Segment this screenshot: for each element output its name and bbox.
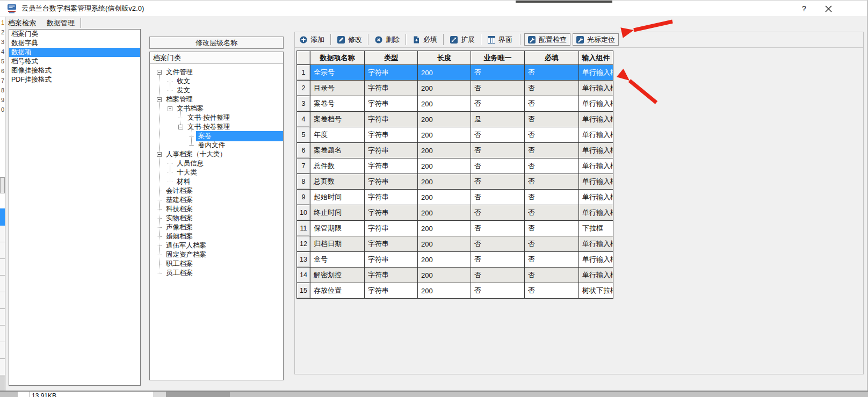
cell-r4-c5[interactable]: 否 bbox=[525, 112, 579, 127]
row-number-cell[interactable]: 9 bbox=[297, 190, 310, 205]
cell-r6-c3[interactable]: 200 bbox=[418, 143, 471, 158]
cell-r14-c4[interactable]: 否 bbox=[471, 268, 525, 283]
cell-r8-c5[interactable]: 否 bbox=[525, 174, 579, 190]
table-row-14[interactable]: 14解密划控字符串200否否单行输入框 bbox=[297, 268, 613, 283]
table-row-13[interactable]: 13盒号字符串200否否单行输入框 bbox=[297, 252, 613, 268]
cell-r8-c2[interactable]: 字符串 bbox=[365, 174, 418, 190]
table-row-9[interactable]: 9起始时间字符串200否否单行输入框 bbox=[297, 190, 613, 205]
sidebar-item-5[interactable]: 图像挂接格式 bbox=[9, 66, 140, 75]
cell-r6-c5[interactable]: 否 bbox=[525, 143, 579, 158]
cell-r7-c4[interactable]: 否 bbox=[471, 158, 525, 174]
cell-r3-c5[interactable]: 否 bbox=[525, 96, 579, 112]
cell-r12-c3[interactable]: 200 bbox=[418, 236, 471, 252]
cell-r8-c1[interactable]: 总页数 bbox=[310, 174, 365, 190]
cell-r14-c5[interactable]: 否 bbox=[525, 268, 579, 283]
row-number-cell[interactable]: 10 bbox=[297, 205, 310, 221]
table-row-1[interactable]: 1全宗号字符串200否否单行输入框 bbox=[297, 65, 613, 81]
cell-r4-c1[interactable]: 案卷档号 bbox=[310, 112, 365, 127]
cell-r1-c1[interactable]: 全宗号 bbox=[310, 65, 365, 81]
cell-r3-c6[interactable]: 单行输入框 bbox=[579, 96, 613, 112]
cell-r10-c5[interactable]: 否 bbox=[525, 205, 579, 221]
edit-button[interactable]: 修改 bbox=[334, 33, 365, 46]
tree-collapse-icon[interactable] bbox=[157, 152, 162, 157]
cell-r6-c4[interactable]: 否 bbox=[471, 143, 525, 158]
col-header-required[interactable]: 必填 bbox=[525, 50, 579, 65]
cell-r13-c2[interactable]: 字符串 bbox=[365, 252, 418, 268]
cell-r6-c1[interactable]: 案卷题名 bbox=[310, 143, 365, 158]
cell-r11-c1[interactable]: 保管期限 bbox=[310, 221, 365, 236]
tree-node-7[interactable]: 文书-按卷整理 bbox=[150, 122, 283, 132]
add-button[interactable]: 添加 bbox=[296, 33, 328, 46]
tree-node-15[interactable]: 基建档案 bbox=[150, 196, 283, 205]
cell-r14-c2[interactable]: 字符串 bbox=[365, 268, 418, 283]
cell-r2-c3[interactable]: 200 bbox=[418, 81, 471, 96]
cell-r12-c6[interactable]: 单行输入框 bbox=[579, 236, 613, 252]
cell-r3-c2[interactable]: 字符串 bbox=[365, 96, 418, 112]
rename-level-button[interactable]: 修改层级名称 bbox=[149, 37, 284, 49]
cell-r12-c2[interactable]: 字符串 bbox=[365, 236, 418, 252]
cell-r9-c3[interactable]: 200 bbox=[418, 190, 471, 205]
cell-r12-c1[interactable]: 归档日期 bbox=[310, 236, 365, 252]
cell-r10-c3[interactable]: 200 bbox=[418, 205, 471, 221]
cell-r4-c3[interactable]: 200 bbox=[418, 112, 471, 127]
table-row-2[interactable]: 2目录号字符串200否否单行输入框 bbox=[297, 81, 613, 96]
cell-r7-c2[interactable]: 字符串 bbox=[365, 158, 418, 174]
sidebar-item-3[interactable]: 数据项 bbox=[9, 48, 140, 57]
row-number-cell[interactable]: 1 bbox=[297, 65, 310, 81]
config-check-button[interactable]: 配置检查 bbox=[524, 33, 570, 46]
cell-r11-c3[interactable]: 200 bbox=[418, 221, 471, 236]
cell-r1-c5[interactable]: 否 bbox=[525, 65, 579, 81]
cell-r15-c5[interactable]: 否 bbox=[525, 283, 579, 299]
tree-node-17[interactable]: 实物档案 bbox=[150, 214, 283, 223]
table-row-7[interactable]: 7总件数字符串200否否单行输入框 bbox=[297, 158, 613, 174]
sidebar-item-2[interactable]: 数据字典 bbox=[9, 39, 140, 48]
cell-r11-c2[interactable]: 字符串 bbox=[365, 221, 418, 236]
tree-node-8[interactable]: 案卷 bbox=[150, 132, 283, 141]
cell-r14-c3[interactable]: 200 bbox=[418, 268, 471, 283]
cell-r7-c5[interactable]: 否 bbox=[525, 158, 579, 174]
cell-r9-c5[interactable]: 否 bbox=[525, 190, 579, 205]
cell-r5-c6[interactable]: 单行输入框 bbox=[579, 127, 613, 143]
cell-r1-c6[interactable]: 单行输入框 bbox=[579, 65, 613, 81]
cell-r15-c1[interactable]: 存放位置 bbox=[310, 283, 365, 299]
cell-r3-c3[interactable]: 200 bbox=[418, 96, 471, 112]
table-row-11[interactable]: 11保管期限字符串200否否下拉框 bbox=[297, 221, 613, 236]
tree-collapse-icon[interactable] bbox=[168, 106, 172, 111]
cell-r8-c6[interactable]: 单行输入框 bbox=[579, 174, 613, 190]
row-number-cell[interactable]: 3 bbox=[297, 96, 310, 112]
sidebar-item-1[interactable]: 档案门类 bbox=[9, 30, 140, 39]
tab-data-management[interactable]: 数据管理 bbox=[42, 17, 79, 28]
cell-r10-c1[interactable]: 终止时间 bbox=[310, 205, 365, 221]
cell-r2-c2[interactable]: 字符串 bbox=[365, 81, 418, 96]
cell-r13-c6[interactable]: 单行输入框 bbox=[579, 252, 613, 268]
cell-r5-c3[interactable]: 200 bbox=[418, 127, 471, 143]
cell-r14-c1[interactable]: 解密划控 bbox=[310, 268, 365, 283]
cell-r2-c6[interactable]: 单行输入框 bbox=[579, 81, 613, 96]
cell-r13-c5[interactable]: 否 bbox=[525, 252, 579, 268]
cell-r9-c1[interactable]: 起始时间 bbox=[310, 190, 365, 205]
cell-r11-c6[interactable]: 下拉框 bbox=[579, 221, 613, 236]
close-button[interactable] bbox=[818, 1, 839, 17]
cell-r13-c3[interactable]: 200 bbox=[418, 252, 471, 268]
cell-r1-c2[interactable]: 字符串 bbox=[365, 65, 418, 81]
table-row-5[interactable]: 5年度字符串200否否单行输入框 bbox=[297, 127, 613, 143]
tree-node-6[interactable]: 文书-按件整理 bbox=[150, 113, 283, 122]
cell-r6-c2[interactable]: 字符串 bbox=[365, 143, 418, 158]
delete-button[interactable]: 删除 bbox=[372, 33, 403, 46]
cell-r5-c4[interactable]: 否 bbox=[471, 127, 525, 143]
tree-node-22[interactable]: 职工档案 bbox=[150, 259, 283, 269]
row-number-cell[interactable]: 2 bbox=[297, 81, 310, 96]
row-number-cell[interactable]: 6 bbox=[297, 143, 310, 158]
cell-r9-c4[interactable]: 否 bbox=[471, 190, 525, 205]
cell-r10-c4[interactable]: 否 bbox=[471, 205, 525, 221]
cell-r10-c6[interactable]: 单行输入框 bbox=[579, 205, 613, 221]
cell-r13-c1[interactable]: 盒号 bbox=[310, 252, 365, 268]
cell-r10-c2[interactable]: 字符串 bbox=[365, 205, 418, 221]
row-number-cell[interactable]: 11 bbox=[297, 221, 310, 236]
cell-r2-c1[interactable]: 目录号 bbox=[310, 81, 365, 96]
row-number-cell[interactable]: 14 bbox=[297, 268, 310, 283]
cell-r15-c4[interactable]: 否 bbox=[471, 283, 525, 299]
tree-node-19[interactable]: 婚姻档案 bbox=[150, 232, 283, 241]
cell-r7-c1[interactable]: 总件数 bbox=[310, 158, 365, 174]
row-number-cell[interactable]: 7 bbox=[297, 158, 310, 174]
